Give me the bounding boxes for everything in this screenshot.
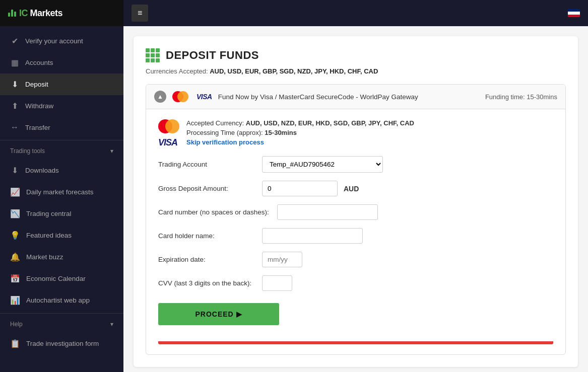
mc-logo-right [165, 119, 179, 133]
payment-option: ▲ VISA Fund Now by Visa / MasterCard Sec… [146, 84, 566, 355]
help-section[interactable]: Help ▾ [0, 316, 123, 333]
topbar-right [568, 9, 580, 17]
card-number-row: Card number (no spaces or dashes): [158, 204, 553, 220]
page-title-row: DEPOSIT FUNDS [146, 48, 566, 62]
trading-account-row: Trading Account Temp_#AUD7905462 [158, 156, 553, 173]
sidebar-header: IC Markets [0, 0, 123, 26]
sidebar-item-accounts[interactable]: ▦ Accounts [0, 52, 123, 73]
sidebar-item-autochartist[interactable]: 📊 Autochartist web app [0, 289, 123, 311]
sidebar-item-verify[interactable]: ✔ Verify your account [0, 30, 123, 52]
main-area: ≡ DEPOSIT FUNDS Currencies Accepted: AUD… [123, 0, 588, 372]
sidebar-item-market-buzz-label: Market buzz [26, 253, 63, 261]
downloads-icon: ⬇ [10, 166, 19, 175]
expiration-row: Expiration date: [158, 252, 553, 267]
cvv-row: CVV (last 3 digits on the back): [158, 275, 553, 291]
card-holder-label: Card holder name: [158, 232, 254, 240]
expiration-label: Expiration date: [158, 256, 254, 263]
cvv-label: CVV (last 3 digits on the back): [158, 279, 254, 287]
sidebar-item-economic-calendar[interactable]: 📅 Economic Calendar [0, 268, 123, 289]
topbar: ≡ [123, 0, 588, 26]
flag-icon [568, 9, 580, 17]
sidebar-item-market-buzz[interactable]: 🔔 Market buzz [0, 246, 123, 268]
divider-2 [0, 313, 123, 314]
card-number-input[interactable] [277, 204, 378, 220]
transfer-icon: ↔ [10, 123, 19, 132]
collapse-arrow[interactable]: ▲ [154, 91, 166, 103]
grid-icon [146, 48, 160, 62]
logo: IC Markets [8, 8, 62, 19]
help-chevron: ▾ [110, 321, 113, 328]
sidebar-item-accounts-label: Accounts [25, 59, 53, 66]
currencies-value: AUD, USD, EUR, GBP, SGD, NZD, JPY, HKD, … [210, 67, 378, 75]
sidebar-item-featured-ideas-label: Featured ideas [26, 232, 72, 239]
sidebar-item-featured-ideas[interactable]: 💡 Featured ideas [0, 225, 123, 246]
help-label: Help [10, 321, 23, 328]
deposit-icon: ⬇ [10, 80, 19, 89]
autochartist-icon: 📊 [10, 295, 20, 305]
sidebar: IC Markets ✔ Verify your account ▦ Accou… [0, 0, 123, 372]
mc-right-circle [177, 91, 188, 102]
trading-tools-label: Trading tools [10, 147, 45, 155]
sidebar-item-trade-investigation-label: Trade investigation form [26, 340, 99, 347]
sidebar-item-transfer[interactable]: ↔ Transfer [0, 117, 123, 138]
sidebar-item-trade-investigation[interactable]: 📋 Trade investigation form [0, 333, 123, 354]
mastercard-icon [172, 92, 188, 102]
verify-icon: ✔ [10, 36, 19, 46]
logo-bar-1 [8, 13, 10, 17]
market-buzz-icon: 🔔 [10, 252, 20, 262]
accepted-currency-text: Accepted Currency: AUD, USD, NZD, EUR, H… [186, 119, 414, 127]
gross-deposit-label: Gross Deposit Amount: [158, 185, 254, 192]
logo-bar-2 [11, 10, 13, 17]
mastercard-logo [158, 119, 178, 133]
sidebar-item-deposit-label: Deposit [25, 81, 48, 88]
economic-calendar-icon: 📅 [10, 274, 20, 283]
content-area: DEPOSIT FUNDS Currencies Accepted: AUD, … [123, 26, 588, 372]
trading-account-label: Trading Account [158, 161, 254, 168]
currencies-text: Currencies Accepted: AUD, USD, EUR, GBP,… [146, 67, 566, 75]
trading-tools-section[interactable]: Trading tools ▾ [0, 142, 123, 160]
payment-label: Fund Now by Visa / MasterCard SecureCode… [218, 93, 418, 101]
skip-verification-link[interactable]: Skip verification process [186, 138, 414, 146]
trading-account-select[interactable]: Temp_#AUD7905462 [262, 156, 383, 173]
logo-bar-3 [14, 12, 16, 17]
sidebar-item-trading-central[interactable]: 📉 Trading central [0, 203, 123, 225]
sidebar-item-transfer-label: Transfer [25, 124, 50, 131]
daily-market-icon: 📈 [10, 187, 20, 197]
deposit-amount-row: AUD [262, 181, 359, 196]
featured-ideas-icon: 💡 [10, 231, 20, 240]
accounts-icon: ▦ [10, 58, 19, 67]
currencies-label: Currencies Accepted: [146, 67, 208, 75]
payment-option-header-left: ▲ VISA Fund Now by Visa / MasterCard Sec… [154, 91, 418, 103]
payment-option-header[interactable]: ▲ VISA Fund Now by Visa / MasterCard Sec… [146, 85, 565, 109]
card-number-label: Card number (no spaces or dashes): [158, 208, 269, 216]
sidebar-item-verify-label: Verify your account [25, 37, 83, 45]
card-holder-input[interactable] [262, 228, 363, 244]
cvv-input[interactable] [262, 275, 292, 291]
red-bar [158, 341, 553, 344]
sidebar-item-deposit[interactable]: ⬇ Deposit [0, 73, 123, 95]
visa-mc-icons: VISA [172, 92, 212, 102]
gross-deposit-input[interactable] [262, 181, 338, 196]
payment-body: VISA Accepted Currency: AUD, USD, NZD, E… [146, 109, 565, 354]
page-title: DEPOSIT FUNDS [166, 49, 259, 62]
sidebar-item-daily-market[interactable]: 📈 Daily market forecasts [0, 181, 123, 203]
sidebar-nav: ✔ Verify your account ▦ Accounts ⬇ Depos… [0, 26, 123, 372]
sidebar-item-downloads-label: Downloads [25, 167, 59, 174]
expiration-input[interactable] [262, 252, 302, 267]
proceed-button[interactable]: PROCEED ▶ [158, 303, 279, 325]
funding-time: Funding time: 15-30mins [485, 93, 557, 101]
divider-1 [0, 140, 123, 140]
sidebar-item-trading-central-label: Trading central [26, 210, 72, 217]
visa-small-text: VISA [197, 93, 212, 101]
sidebar-item-withdraw[interactable]: ⬆ Withdraw [0, 95, 123, 117]
trading-central-icon: 📉 [10, 209, 20, 218]
hamburger-button[interactable]: ≡ [132, 5, 148, 22]
processing-value: 15-30mins [265, 129, 297, 136]
card-holder-row: Card holder name: [158, 228, 553, 244]
deposit-card: DEPOSIT FUNDS Currencies Accepted: AUD, … [134, 36, 578, 367]
logo-text: IC Markets [19, 8, 62, 19]
sidebar-item-daily-market-label: Daily market forecasts [26, 188, 94, 196]
sidebar-item-autochartist-label: Autochartist web app [26, 296, 90, 304]
sidebar-item-downloads[interactable]: ⬇ Downloads [0, 160, 123, 181]
withdraw-icon: ⬆ [10, 101, 19, 111]
